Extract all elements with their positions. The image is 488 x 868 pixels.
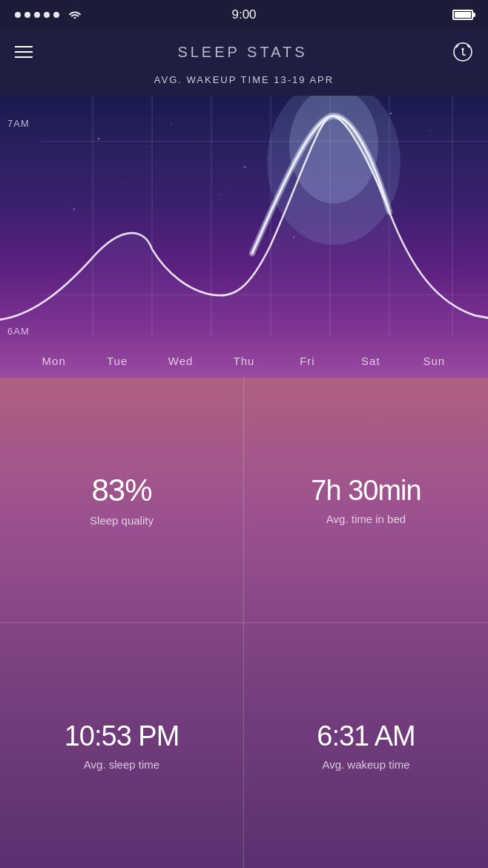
battery-indicator [452, 10, 473, 20]
stat-label-sleep-time: Avg. sleep time [84, 758, 159, 771]
chart-area: 7AM 6AM [0, 96, 488, 378]
stats-section: 83% Sleep quality 7h 30min Avg. time in … [0, 378, 488, 868]
stat-label-wakeup-time: Avg. wakeup time [322, 758, 409, 771]
stat-label-quality: Sleep quality [90, 514, 154, 527]
day-label-sun: Sun [419, 355, 449, 367]
app-container: 9:00 SLEEP STATS AVG. WAKEUP TIME [0, 0, 488, 868]
day-label-mon: Mon [39, 355, 69, 367]
day-label-thu: Thu [229, 355, 259, 367]
day-label-fri: Fri [292, 355, 322, 367]
stat-value-sleep-time: 10:53 PM [65, 720, 179, 752]
signal-dots [15, 12, 59, 18]
status-time: 9:00 [231, 7, 256, 22]
day-label-wed: Wed [166, 355, 196, 367]
stat-cell-sleep-time: 10:53 PM Avg. sleep time [0, 623, 244, 869]
day-label-sat: Sat [356, 355, 386, 367]
wifi-icon [68, 9, 82, 21]
y-axis-label-7am: 7AM [7, 118, 30, 129]
stats-grid: 83% Sleep quality 7h 30min Avg. time in … [0, 378, 488, 868]
stat-cell-time-in-bed: 7h 30min Avg. time in bed [244, 378, 488, 623]
stat-value-quality: 83% [91, 473, 151, 508]
stat-cell-quality: 83% Sleep quality [0, 378, 244, 623]
page-title: SLEEP STATS [177, 44, 307, 61]
alarm-button[interactable] [452, 42, 473, 62]
subtitle-bar: AVG. WAKEUP TIME 13-19 APR [0, 71, 488, 96]
stat-label-time-in-bed: Avg. time in bed [326, 513, 406, 525]
status-bar: 9:00 [0, 0, 488, 30]
menu-button[interactable] [15, 46, 33, 58]
subtitle-dates: 13-19 APR [274, 74, 334, 85]
stat-cell-wakeup-time: 6:31 AM Avg. wakeup time [244, 623, 488, 869]
stat-value-time-in-bed: 7h 30min [311, 475, 421, 507]
header: SLEEP STATS [0, 30, 488, 71]
y-axis-label-6am: 6AM [7, 326, 30, 337]
day-label-tue: Tue [102, 355, 132, 367]
stat-value-wakeup-time: 6:31 AM [317, 720, 415, 752]
subtitle-label: AVG. WAKEUP TIME [154, 74, 270, 85]
day-labels: Mon Tue Wed Thu Fri Sat Sun [0, 355, 488, 367]
chart-svg [0, 96, 488, 378]
